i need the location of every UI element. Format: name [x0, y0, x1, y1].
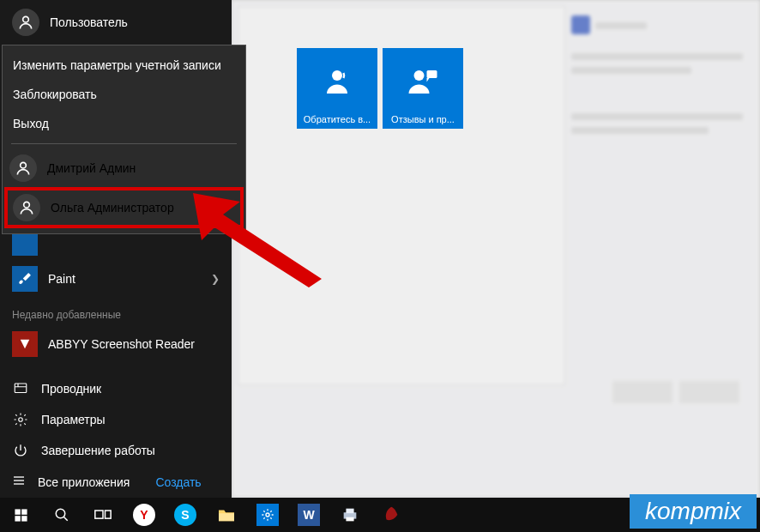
task-view-button[interactable] [82, 498, 124, 532]
svg-rect-20 [106, 511, 112, 518]
app-paint-label: Paint [48, 272, 75, 286]
app-taskbar-2[interactable] [371, 498, 412, 532]
recently-added-label: Недавно добавленные [0, 297, 232, 326]
user-submenu: Изменить параметры учетной записи Заблок… [2, 45, 246, 234]
switch-user-name: Дмитрий Админ [47, 161, 136, 175]
settings-label: Параметры [41, 413, 106, 426]
svg-point-3 [19, 418, 23, 422]
all-apps-icon [12, 474, 26, 490]
signout-item[interactable]: Выход [3, 109, 245, 138]
svg-rect-15 [15, 516, 20, 521]
svg-point-22 [266, 513, 269, 517]
power-icon [12, 443, 29, 458]
svg-rect-12 [427, 70, 437, 78]
app-abbyy[interactable]: ABBYY Screenshot Reader [0, 326, 232, 362]
svg-point-10 [332, 70, 342, 81]
submenu-separator [11, 143, 237, 144]
lock-item[interactable]: Заблокировать [3, 80, 245, 109]
all-apps-row: Все приложения Создать [0, 466, 232, 498]
svg-rect-25 [346, 517, 353, 522]
chevron-right-icon: ❯ [211, 273, 220, 285]
create-link[interactable]: Создать [155, 475, 201, 489]
current-user-row[interactable]: Пользователь [0, 0, 232, 45]
change-account-settings[interactable]: Изменить параметры учетной записи [3, 51, 245, 80]
svg-rect-19 [95, 511, 103, 518]
all-apps-label: Все приложения [38, 475, 130, 489]
explorer-taskbar[interactable] [206, 498, 247, 532]
tile-label: Обратитесь в... [304, 114, 371, 124]
power-item[interactable]: Завершение работы [0, 435, 232, 466]
switch-user-olga[interactable]: Ольга Администратор [6, 189, 242, 227]
app-abbyy-label: ABBYY Screenshot Reader [48, 337, 195, 351]
settings-taskbar[interactable] [247, 498, 288, 532]
switch-user-name: Ольга Администратор [51, 201, 174, 215]
svg-point-11 [414, 70, 425, 81]
search-button[interactable] [41, 498, 82, 532]
switch-user-dmitry[interactable]: Дмитрий Админ [3, 149, 245, 187]
skype-taskbar[interactable]: S [165, 498, 206, 532]
svg-rect-14 [21, 509, 27, 514]
all-apps-item[interactable]: Все приложения [12, 474, 130, 490]
svg-point-17 [56, 509, 65, 518]
svg-point-7 [21, 162, 27, 168]
gear-icon [12, 412, 29, 427]
svg-rect-21 [219, 513, 234, 521]
tile-feedback[interactable]: Отзывы и пр... [383, 48, 463, 129]
svg-rect-16 [21, 516, 27, 521]
paint-icon [12, 266, 38, 292]
start-button[interactable] [0, 498, 41, 532]
svg-line-18 [63, 517, 68, 521]
explorer-label: Проводник [41, 382, 101, 396]
feedback-icon [407, 65, 438, 98]
svg-rect-24 [346, 509, 353, 514]
explorer-icon [12, 381, 29, 396]
yandex-icon: Y [133, 504, 155, 526]
support-icon [322, 65, 353, 98]
start-tiles: Обратитесь в... Отзывы и пр... [297, 48, 463, 129]
printer-icon [341, 505, 359, 524]
svg-point-0 [23, 16, 29, 22]
svg-point-8 [24, 202, 30, 208]
settings-item[interactable]: Параметры [0, 404, 232, 435]
app-taskbar-1[interactable] [329, 498, 371, 532]
word-icon: W [298, 504, 320, 526]
watermark: kompmix [630, 494, 757, 529]
abbyy-icon [12, 331, 38, 357]
skype-icon: S [174, 504, 196, 526]
word-taskbar[interactable]: W [288, 498, 329, 532]
folder-icon [217, 507, 236, 523]
leaf-icon [382, 505, 401, 524]
tile-support[interactable]: Обратитесь в... [297, 48, 377, 129]
start-menu-bottom: Проводник Параметры Завершение работы Вс… [0, 373, 232, 498]
user-avatar-icon [9, 154, 37, 182]
app-paint[interactable]: Paint ❯ [0, 261, 232, 297]
yandex-browser-taskbar[interactable]: Y [124, 498, 165, 532]
explorer-item[interactable]: Проводник [0, 373, 232, 404]
current-user-name: Пользователь [50, 15, 128, 29]
settings-tile-icon [256, 504, 279, 526]
power-label: Завершение работы [41, 444, 155, 457]
svg-rect-13 [15, 509, 20, 514]
svg-rect-2 [15, 384, 27, 393]
tile-label: Отзывы и пр... [391, 114, 455, 124]
user-avatar-icon [12, 9, 39, 36]
user-avatar-icon [13, 194, 40, 221]
